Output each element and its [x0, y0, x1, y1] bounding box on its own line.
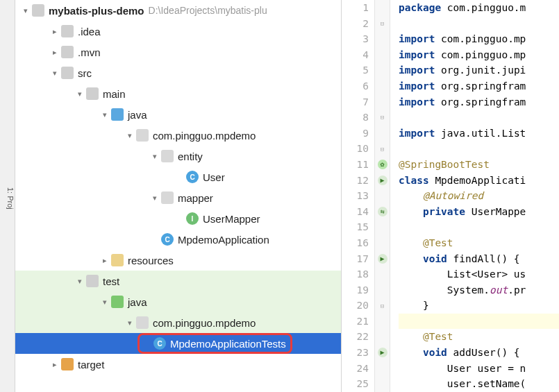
tree-item-package-test[interactable]: ▾ com.pingguo.mpdemo	[15, 312, 341, 333]
code-line[interactable]: System.out.pr	[399, 282, 559, 298]
line-number[interactable]: 18	[342, 266, 369, 282]
marker-gutter[interactable]: ⊟⊟⊟✿▶⇆▶⊟▶	[375, 0, 390, 392]
line-number[interactable]: 13	[342, 188, 369, 204]
line-number[interactable]: 9	[342, 126, 369, 142]
fold-icon[interactable]: ⊟	[381, 302, 384, 309]
run-icon[interactable]: ▶	[378, 254, 387, 264]
line-number[interactable]: 11	[342, 157, 369, 173]
tree-item-user[interactable]: ▸ C User	[15, 167, 341, 187]
tree-item-tests-selected[interactable]: ▸ C MpdemoApplicationTests	[15, 333, 341, 354]
gutter-marker-slot[interactable]: ▶	[375, 345, 390, 361]
fold-icon[interactable]: ⊟	[381, 114, 384, 121]
gutter-marker-slot[interactable]	[375, 235, 390, 251]
gutter-marker-slot[interactable]	[375, 94, 390, 110]
gutter-marker-slot[interactable]	[375, 0, 390, 16]
line-number[interactable]: 5	[342, 62, 369, 78]
code-line[interactable]: package com.pingguo.m	[399, 0, 559, 16]
tree-item-main[interactable]: ▾ main	[15, 83, 341, 104]
line-number[interactable]: 6	[342, 78, 369, 94]
gutter-marker-slot[interactable]	[375, 31, 390, 47]
code-line[interactable]	[399, 110, 559, 126]
line-number[interactable]: 7	[342, 94, 369, 110]
line-number[interactable]: 25	[342, 376, 369, 392]
line-number[interactable]: 2	[342, 16, 369, 32]
code-line[interactable]: void findAll() {	[399, 251, 559, 267]
code-line[interactable]: @Autowired	[399, 188, 559, 204]
code-line[interactable]: class MpdemoApplicati	[399, 173, 559, 189]
code-line[interactable]: import org.springfram	[399, 94, 559, 110]
line-number[interactable]: 20	[342, 298, 369, 314]
gutter-marker-slot[interactable]: ✿	[375, 157, 390, 173]
code-line[interactable]	[399, 16, 559, 32]
line-number-gutter[interactable]: 1234567891011121314151617181920212223242…	[342, 0, 375, 392]
line-number[interactable]: 16	[342, 235, 369, 251]
code-line[interactable]: @SpringBootTest	[399, 157, 559, 173]
run-icon[interactable]: ▶	[378, 176, 387, 185]
gutter-marker-slot[interactable]	[375, 314, 390, 330]
gutter-marker-slot[interactable]	[375, 126, 390, 142]
gutter-marker-slot[interactable]: ⊟	[375, 298, 390, 314]
gutter-marker-slot[interactable]	[375, 78, 390, 94]
tree-item-entity[interactable]: ▾ entity	[15, 146, 341, 167]
code-line[interactable]	[399, 314, 559, 330]
tree-item-java-test[interactable]: ▾ java	[15, 291, 341, 312]
line-number[interactable]: 14	[342, 204, 369, 220]
code-line[interactable]: import org.springfram	[399, 78, 559, 94]
gutter-marker-slot[interactable]	[375, 361, 390, 377]
line-number[interactable]: 19	[342, 282, 369, 298]
tree-item-mpdemoapp[interactable]: ▸ C MpdemoApplication	[15, 229, 341, 250]
gutter-marker-slot[interactable]	[375, 329, 390, 345]
code-line[interactable]: @Test	[399, 329, 559, 345]
code-line[interactable]	[399, 219, 559, 235]
code-line[interactable]: void addUser() {	[399, 345, 559, 361]
tree-item-java-main[interactable]: ▾ java	[15, 104, 341, 125]
code-area[interactable]: package com.pingguo.mimport com.pingguo.…	[390, 0, 559, 392]
tree-root[interactable]: ▾ mybatis-plus-demo D:\IdeaProjects\myba…	[15, 0, 341, 21]
line-number[interactable]: 1	[342, 0, 369, 16]
tree-item-target[interactable]: ▸ target	[15, 354, 341, 375]
gutter-marker-slot[interactable]	[375, 376, 390, 392]
run-icon[interactable]: ▶	[378, 348, 387, 357]
tree-item-package-main[interactable]: ▾ com.pingguo.mpdemo	[15, 125, 341, 146]
tree-item-idea[interactable]: ▸ .idea	[15, 21, 341, 42]
line-number[interactable]: 10	[342, 141, 369, 157]
gutter-marker-slot[interactable]: ⊟	[375, 16, 390, 32]
code-line[interactable]: user.setName(	[399, 376, 559, 392]
gutter-marker-slot[interactable]: ⊟	[375, 110, 390, 126]
line-number[interactable]: 12	[342, 173, 369, 189]
gutter-marker-slot[interactable]: ⇆	[375, 204, 390, 220]
gutter-marker-slot[interactable]	[375, 47, 390, 63]
line-number[interactable]: 15	[342, 219, 369, 235]
gutter-marker-slot[interactable]	[375, 219, 390, 235]
code-line[interactable]: }	[399, 298, 559, 314]
fold-icon[interactable]: ⊟	[381, 20, 384, 27]
gutter-marker-slot[interactable]	[375, 188, 390, 204]
code-line[interactable]: import com.pingguo.mp	[399, 47, 559, 63]
gutter-marker-slot[interactable]: ▶	[375, 173, 390, 189]
code-line[interactable]: List<User> us	[399, 266, 559, 282]
gutter-marker-slot[interactable]	[375, 266, 390, 282]
gutter-marker-slot[interactable]: ▶	[375, 251, 390, 267]
line-number[interactable]: 17	[342, 251, 369, 267]
tree-item-mapper[interactable]: ▾ mapper	[15, 187, 341, 208]
line-number[interactable]: 3	[342, 31, 369, 47]
tree-item-src[interactable]: ▾ src	[15, 62, 341, 83]
gutter-marker-slot[interactable]	[375, 62, 390, 78]
code-line[interactable]: @Test	[399, 235, 559, 251]
tree-item-mvn[interactable]: ▸ .mvn	[15, 42, 341, 62]
line-number[interactable]: 24	[342, 361, 369, 377]
line-number[interactable]: 22	[342, 329, 369, 345]
gutter-marker-slot[interactable]: ⊟	[375, 141, 390, 157]
code-line[interactable]: User user = n	[399, 361, 559, 377]
tool-window-strip[interactable]: 1: Proj	[0, 0, 15, 392]
code-line[interactable]: import com.pingguo.mp	[399, 31, 559, 47]
line-number[interactable]: 8	[342, 110, 369, 126]
line-number[interactable]: 23	[342, 345, 369, 361]
tree-item-test[interactable]: ▾ test	[15, 271, 341, 291]
code-line[interactable]: private UserMappe	[399, 204, 559, 220]
code-line[interactable]: import org.junit.jupi	[399, 62, 559, 78]
fold-icon[interactable]: ⊟	[381, 146, 384, 153]
gutter-marker-slot[interactable]	[375, 282, 390, 298]
tree-item-usermapper[interactable]: ▸ I UserMapper	[15, 208, 341, 229]
code-line[interactable]	[399, 141, 559, 157]
